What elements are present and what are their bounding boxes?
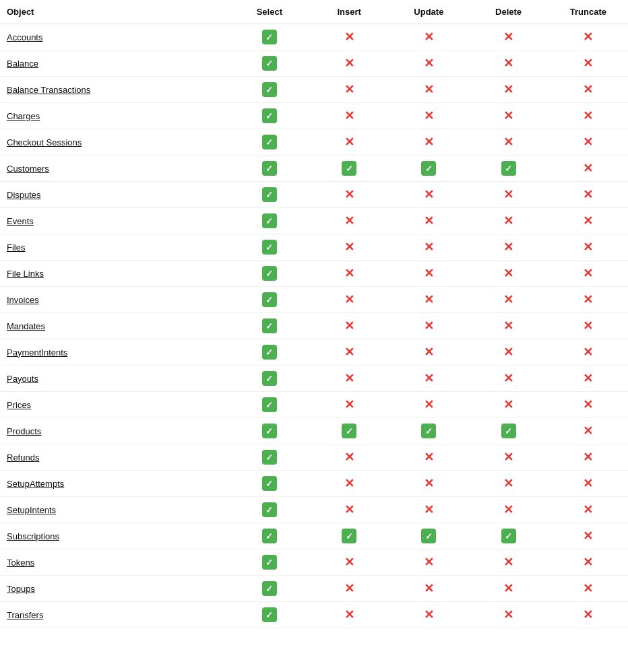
x-icon: ✕ [342, 187, 356, 202]
x-icon: ✕ [342, 56, 356, 71]
x-icon: ✕ [501, 292, 516, 307]
x-icon: ✕ [421, 397, 436, 412]
x-icon: ✕ [421, 318, 436, 333]
table-row: Disputes✓✕✕✕✕ [0, 182, 628, 208]
x-icon: ✕ [421, 607, 436, 622]
x-icon: ✕ [581, 450, 596, 465]
x-icon: ✕ [581, 82, 596, 97]
object-name[interactable]: Invoices [7, 295, 39, 305]
x-icon: ✕ [342, 502, 356, 517]
x-icon: ✕ [501, 135, 516, 149]
x-icon: ✕ [581, 607, 596, 622]
object-name[interactable]: SetupIntents [7, 505, 56, 515]
object-name[interactable]: Subscriptions [7, 531, 59, 541]
object-name[interactable]: Balance [7, 59, 38, 69]
check-icon: ✓ [342, 424, 356, 438]
table-row: Refunds✓✕✕✕✕ [0, 444, 628, 471]
table-row: Files✓✕✕✕✕ [0, 234, 628, 261]
object-name[interactable]: Charges [7, 111, 40, 121]
x-icon: ✕ [581, 397, 596, 412]
x-icon: ✕ [501, 82, 516, 97]
check-icon: ✓ [342, 529, 356, 543]
x-icon: ✕ [342, 108, 356, 123]
table-row: Events✓✕✕✕✕ [0, 208, 628, 234]
x-icon: ✕ [501, 450, 516, 465]
x-icon: ✕ [581, 502, 596, 517]
table-row: Balance Transactions✓✕✕✕✕ [0, 77, 628, 103]
object-name[interactable]: Checkout Sessions [7, 137, 82, 147]
table-row: Prices✓✕✕✕✕ [0, 392, 628, 418]
check-icon: ✓ [262, 318, 277, 333]
check-icon: ✓ [262, 371, 277, 386]
x-icon: ✕ [342, 345, 356, 360]
x-icon: ✕ [581, 424, 596, 438]
x-icon: ✕ [581, 108, 596, 123]
x-icon: ✕ [581, 581, 596, 596]
check-icon: ✓ [262, 450, 277, 465]
object-name[interactable]: Balance Transactions [7, 85, 90, 95]
x-icon: ✕ [501, 502, 516, 517]
object-name[interactable]: Refunds [7, 452, 39, 463]
check-icon: ✓ [262, 292, 277, 307]
check-icon: ✓ [262, 135, 277, 149]
object-name[interactable]: SetupAttempts [7, 479, 64, 489]
x-icon: ✕ [501, 555, 516, 570]
object-name[interactable]: Mandates [7, 321, 45, 331]
x-icon: ✕ [501, 240, 516, 255]
check-icon: ✓ [262, 345, 277, 360]
object-name[interactable]: Prices [7, 400, 31, 410]
object-name[interactable]: Topups [7, 584, 35, 594]
x-icon: ✕ [581, 371, 596, 386]
object-name[interactable]: Disputes [7, 190, 41, 200]
check-icon: ✓ [501, 161, 516, 176]
object-name[interactable]: Events [7, 216, 34, 226]
x-icon: ✕ [501, 371, 516, 386]
table-row: Invoices✓✕✕✕✕ [0, 287, 628, 313]
x-icon: ✕ [342, 292, 356, 307]
table-row: PaymentIntents✓✕✕✕✕ [0, 339, 628, 366]
x-icon: ✕ [421, 108, 436, 123]
x-icon: ✕ [342, 607, 356, 622]
x-icon: ✕ [501, 108, 516, 123]
object-name[interactable]: Payouts [7, 374, 38, 384]
x-icon: ✕ [421, 345, 436, 360]
x-icon: ✕ [501, 266, 516, 281]
object-name[interactable]: Customers [7, 164, 49, 174]
check-icon: ✓ [262, 161, 277, 176]
object-name[interactable]: PaymentIntents [7, 347, 67, 358]
x-icon: ✕ [342, 581, 356, 596]
object-name[interactable]: Tokens [7, 558, 34, 568]
x-icon: ✕ [421, 30, 436, 44]
check-icon: ✓ [262, 30, 277, 44]
x-icon: ✕ [581, 240, 596, 255]
x-icon: ✕ [581, 213, 596, 228]
object-name[interactable]: Files [7, 242, 25, 253]
object-name[interactable]: File Links [7, 269, 44, 279]
check-icon: ✓ [262, 187, 277, 202]
object-name[interactable]: Products [7, 426, 41, 436]
table-row: Balance✓✕✕✕✕ [0, 51, 628, 77]
x-icon: ✕ [421, 502, 436, 517]
x-icon: ✕ [581, 266, 596, 281]
check-icon: ✓ [262, 581, 277, 596]
object-name[interactable]: Accounts [7, 32, 42, 42]
x-icon: ✕ [421, 213, 436, 228]
x-icon: ✕ [581, 555, 596, 570]
check-icon: ✓ [262, 56, 277, 71]
check-icon: ✓ [421, 424, 436, 438]
table-row: File Links✓✕✕✕✕ [0, 261, 628, 287]
x-icon: ✕ [421, 292, 436, 307]
col-header-truncate: Truncate [548, 0, 628, 24]
check-icon: ✓ [262, 555, 277, 570]
x-icon: ✕ [421, 82, 436, 97]
x-icon: ✕ [501, 213, 516, 228]
x-icon: ✕ [421, 555, 436, 570]
object-name[interactable]: Transfers [7, 610, 43, 620]
x-icon: ✕ [342, 82, 356, 97]
x-icon: ✕ [342, 318, 356, 333]
x-icon: ✕ [421, 371, 436, 386]
check-icon: ✓ [262, 266, 277, 281]
x-icon: ✕ [421, 476, 436, 491]
table-row: Transfers✓✕✕✕✕ [0, 602, 628, 628]
x-icon: ✕ [501, 30, 516, 44]
